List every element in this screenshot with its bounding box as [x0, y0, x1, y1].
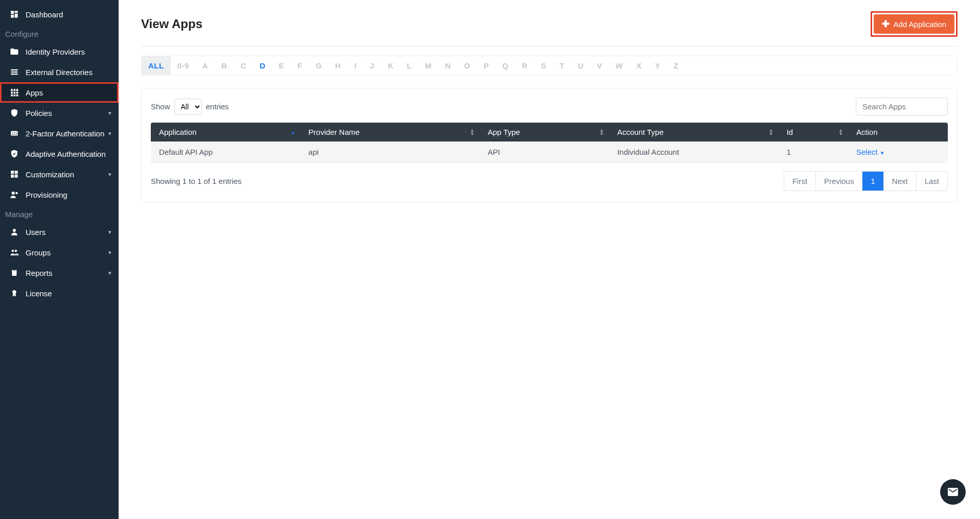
- chevron-down-icon: ▾: [108, 130, 111, 137]
- cell-account: Individual Account: [609, 141, 778, 163]
- apps-table: Application ▲ Provider Name ▲▼ App Type …: [151, 123, 948, 163]
- alpha-filter-m[interactable]: M: [418, 56, 438, 75]
- sidebar-item-label: Dashboard: [26, 10, 111, 19]
- table-row: Default API App api API Individual Accou…: [151, 141, 948, 163]
- alpha-filter-a[interactable]: A: [196, 56, 215, 75]
- col-provider-name[interactable]: Provider Name ▲▼: [300, 123, 480, 141]
- alpha-filter-p[interactable]: P: [477, 56, 496, 75]
- sort-icon: ▲▼: [769, 129, 773, 136]
- page-1[interactable]: 1: [862, 172, 883, 191]
- show-entries-select[interactable]: All: [174, 99, 202, 115]
- alpha-filter-t[interactable]: T: [553, 56, 572, 75]
- dashboard-icon: [9, 9, 19, 19]
- sidebar-item-label: 2-Factor Authentication: [26, 129, 108, 138]
- add-button-label: Add Application: [894, 20, 946, 29]
- apps-card: Show All entries Application ▲ Provider …: [141, 88, 958, 203]
- sidebar-item-customization[interactable]: Customization ▾: [0, 164, 119, 184]
- group-icon: [9, 247, 19, 257]
- check-shield-icon: [9, 149, 19, 159]
- alpha-filter-i[interactable]: I: [348, 56, 363, 75]
- sidebar-item-groups[interactable]: Groups ▾: [0, 242, 119, 263]
- table-controls: Show All entries: [151, 98, 948, 115]
- alpha-filter-s[interactable]: S: [534, 56, 553, 75]
- sidebar-item-policies[interactable]: Policies ▾: [0, 103, 119, 123]
- alpha-filter-g[interactable]: G: [309, 56, 328, 75]
- alpha-filter-c[interactable]: C: [234, 56, 253, 75]
- svg-rect-11: [14, 92, 16, 94]
- sidebar-item-provisioning[interactable]: Provisioning: [0, 184, 119, 205]
- sidebar-item-label: Customization: [26, 170, 108, 179]
- alpha-filter-w[interactable]: W: [609, 56, 630, 75]
- alpha-filter-h[interactable]: H: [329, 56, 348, 75]
- svg-rect-7: [11, 89, 13, 91]
- sidebar-item-2fa[interactable]: 123 2-Factor Authentication ▾: [0, 123, 119, 144]
- col-action: Action: [848, 123, 948, 141]
- svg-rect-2: [15, 14, 18, 18]
- alpha-filter-k[interactable]: K: [381, 56, 400, 75]
- sidebar-item-identity-providers[interactable]: Identity Providers: [0, 41, 119, 62]
- alpha-filter-all[interactable]: ALL: [142, 56, 171, 75]
- add-application-button[interactable]: ✚ Add Application: [874, 14, 954, 34]
- page-header: View Apps ✚ Add Application: [141, 6, 958, 46]
- alpha-filter-0-9[interactable]: 0-9: [171, 56, 196, 75]
- alpha-filter-z[interactable]: Z: [667, 56, 686, 75]
- puzzle-icon: [9, 169, 19, 179]
- sidebar-item-apps[interactable]: Apps: [0, 82, 119, 103]
- sidebar-item-label: Provisioning: [26, 191, 111, 199]
- col-account-type[interactable]: Account Type ▲▼: [609, 123, 778, 141]
- alpha-filter-b[interactable]: B: [215, 56, 234, 75]
- sidebar-item-label: Users: [26, 228, 108, 237]
- alpha-filter-y[interactable]: Y: [648, 56, 667, 75]
- ribbon-icon: [9, 288, 19, 298]
- svg-rect-27: [12, 270, 17, 276]
- chat-fab[interactable]: [940, 479, 966, 505]
- alpha-filter-n[interactable]: N: [438, 56, 457, 75]
- sidebar-item-license[interactable]: License: [0, 283, 119, 303]
- alpha-filter-v[interactable]: V: [590, 56, 609, 75]
- alpha-filter-j[interactable]: J: [363, 56, 381, 75]
- page-next[interactable]: Next: [884, 172, 917, 191]
- plus-icon: ✚: [882, 19, 890, 29]
- cell-action: Select▼: [848, 141, 948, 163]
- table-footer: Showing 1 to 1 of 1 entries FirstPreviou…: [151, 171, 948, 191]
- chevron-down-icon: ▾: [108, 270, 111, 276]
- select-action-dropdown[interactable]: Select▼: [856, 148, 885, 156]
- svg-rect-4: [11, 69, 18, 70]
- col-id[interactable]: Id ▲▼: [779, 123, 848, 141]
- sort-icon: ▲▼: [599, 129, 604, 136]
- sidebar-item-dashboard[interactable]: Dashboard: [0, 4, 119, 25]
- col-application[interactable]: Application ▲: [151, 123, 300, 141]
- sidebar-item-label: Policies: [26, 109, 108, 117]
- svg-rect-9: [16, 89, 18, 91]
- alpha-filter-f[interactable]: F: [291, 56, 309, 75]
- chevron-down-icon: ▾: [108, 229, 111, 235]
- show-label-pre: Show: [151, 102, 170, 111]
- alpha-filter-o[interactable]: O: [458, 56, 477, 75]
- sidebar-item-label: Adaptive Authentication: [26, 150, 111, 158]
- sidebar-item-users[interactable]: Users ▾: [0, 222, 119, 242]
- alpha-filter-e[interactable]: E: [272, 56, 291, 75]
- alpha-filter-u[interactable]: U: [571, 56, 590, 75]
- page-previous[interactable]: Previous: [816, 172, 862, 191]
- svg-rect-20: [11, 175, 14, 178]
- sidebar-item-adaptive-auth[interactable]: Adaptive Authentication: [0, 144, 119, 164]
- sidebar-item-reports[interactable]: Reports ▾: [0, 263, 119, 283]
- col-app-type[interactable]: App Type ▲▼: [480, 123, 609, 141]
- alpha-filter-r[interactable]: R: [515, 56, 534, 75]
- alpha-filter-d[interactable]: D: [253, 56, 272, 75]
- search-input[interactable]: [856, 98, 948, 115]
- alpha-filter-x[interactable]: X: [630, 56, 649, 75]
- svg-text:123: 123: [11, 132, 17, 135]
- sidebar-item-label: External Directories: [26, 68, 111, 77]
- svg-rect-18: [11, 171, 14, 174]
- svg-point-26: [15, 250, 17, 252]
- caret-down-icon: ▼: [880, 150, 885, 156]
- svg-rect-12: [16, 92, 18, 94]
- page-first[interactable]: First: [784, 172, 816, 191]
- alpha-filter-q[interactable]: Q: [496, 56, 515, 75]
- pagination: FirstPrevious1NextLast: [784, 171, 948, 191]
- alpha-filter-l[interactable]: L: [400, 56, 419, 75]
- sidebar-item-external-directories[interactable]: External Directories: [0, 62, 119, 82]
- grid-icon: [9, 87, 19, 98]
- page-last[interactable]: Last: [917, 172, 947, 191]
